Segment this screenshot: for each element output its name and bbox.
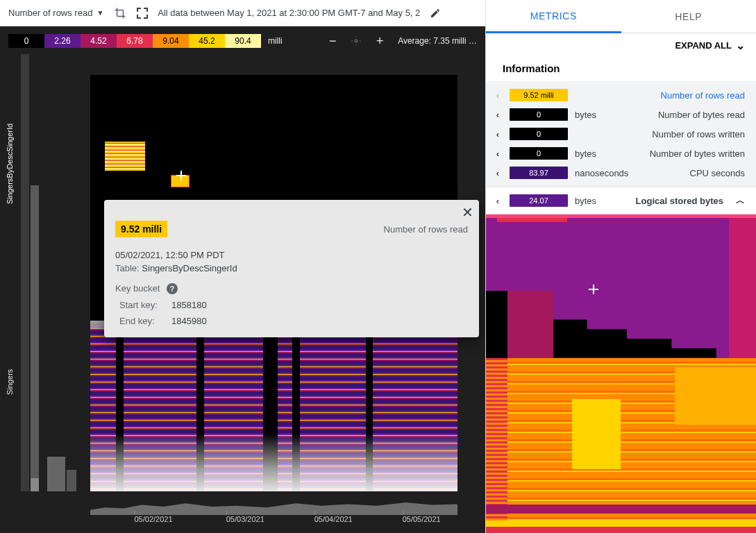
- metric-value-badge: 0: [510, 108, 568, 121]
- chevron-left-icon[interactable]: ‹: [493, 196, 503, 206]
- x-axis-ticks: 05/02/2021 05/03/2021 05/04/2021 05/05/2…: [90, 515, 457, 523]
- chevron-down-icon: ⌄: [736, 39, 745, 52]
- x-tick: 05/03/2021: [226, 515, 264, 523]
- metric-value-badge: 0: [510, 147, 568, 160]
- y-axis-label: Singers: [0, 273, 19, 491]
- chevron-left-icon: ‹: [493, 90, 503, 101]
- tab-metrics[interactable]: METRICS: [486, 0, 621, 33]
- top-toolbar: Number of rows read ▼ All data between M…: [0, 0, 485, 26]
- side-heatmap[interactable]: [486, 214, 756, 533]
- x-tick: 05/05/2021: [403, 515, 441, 523]
- tab-help[interactable]: HELP: [621, 0, 757, 33]
- chevron-left-icon[interactable]: ‹: [493, 168, 503, 178]
- overview-sparkline[interactable]: 05/02/2021 05/03/2021 05/04/2021 05/05/2…: [90, 496, 457, 523]
- legend-swatch: 4.52: [81, 34, 117, 48]
- metric-row[interactable]: ‹ 83.97 nanoseconds CPU seconds: [486, 163, 756, 183]
- side-tabs: METRICS HELP: [486, 0, 756, 33]
- metric-row[interactable]: ‹ 0 Number of rows written: [486, 124, 756, 144]
- svg-point-0: [354, 39, 358, 42]
- legend-swatch: 45.2: [189, 34, 225, 48]
- chevron-left-icon[interactable]: ‹: [493, 110, 503, 120]
- expand-all-button[interactable]: EXPAND ALL ⌄: [486, 33, 756, 57]
- color-legend: 0 2.26 4.52 6.78 9.04 45.2 90.4 milli − …: [8, 33, 477, 49]
- chevron-left-icon[interactable]: ‹: [493, 149, 503, 159]
- chevron-up-icon[interactable]: ︿: [736, 194, 745, 207]
- legend-unit: milli: [268, 36, 283, 46]
- metric-value-badge: 0: [510, 128, 568, 140]
- legend-swatch: 9.04: [153, 34, 189, 48]
- heatmap-visualization[interactable]: 0 2.26 4.52 6.78 9.04 45.2 90.4 milli − …: [0, 26, 485, 533]
- tooltip-start-key: 1858180: [171, 300, 207, 310]
- x-tick: 05/04/2021: [314, 515, 353, 523]
- tooltip-metric-name: Number of rows read: [384, 224, 468, 235]
- tooltip-value-badge: 9.52 milli: [115, 221, 167, 237]
- help-icon[interactable]: ?: [167, 283, 178, 294]
- metric-row[interactable]: ‹ 9.52 milli Number of rows read: [486, 85, 756, 105]
- tooltip-timestamp: 05/02/2021, 12:50 PM PDT: [115, 250, 468, 260]
- crosshair-icon: [176, 171, 186, 180]
- metric-row[interactable]: ‹ 0 bytes Number of bytes read: [486, 105, 756, 124]
- x-tick: 05/02/2021: [134, 515, 172, 523]
- focus-icon[interactable]: [351, 35, 362, 46]
- metric-list: ‹ 9.52 milli Number of rows read ‹ 0 byt…: [486, 81, 756, 187]
- time-range-text: All data between May 1, 2021 at 2:30:00 …: [158, 8, 420, 18]
- chevron-down-icon: ▼: [96, 9, 103, 17]
- metric-value-badge: 24.07: [510, 194, 568, 207]
- metric-select-dropdown[interactable]: Number of rows read ▼: [8, 8, 103, 18]
- utilization-bars: [21, 54, 76, 491]
- y-axis-labels: SingersByDescSingerId Singers: [0, 54, 19, 491]
- information-heading: Information: [486, 57, 756, 81]
- legend-swatch: 0: [8, 34, 44, 48]
- datapoint-tooltip: ✕ 9.52 milli Number of rows read 05/02/2…: [104, 200, 479, 337]
- legend-swatch: 2.26: [44, 34, 81, 48]
- legend-swatch: 90.4: [225, 34, 261, 48]
- chevron-left-icon[interactable]: ‹: [493, 129, 503, 139]
- y-axis-label: SingersByDescSingerId: [0, 54, 19, 273]
- fullscreen-icon[interactable]: [137, 8, 148, 19]
- metric-row[interactable]: ‹ 0 bytes Number of bytes written: [486, 144, 756, 163]
- crosshair-icon: [589, 285, 598, 294]
- zoom-in-icon[interactable]: +: [374, 35, 385, 46]
- edit-icon[interactable]: [430, 8, 441, 19]
- zoom-out-icon[interactable]: −: [327, 35, 338, 46]
- crop-icon[interactable]: [113, 6, 127, 20]
- metric-row-expanded[interactable]: ‹ 24.07 bytes Logical stored bytes ︿: [486, 187, 756, 214]
- metric-value-badge: 83.97: [510, 167, 568, 179]
- tooltip-table-name: SingersByDescSingerId: [142, 263, 237, 273]
- metric-select-label: Number of rows read: [8, 8, 92, 18]
- side-panel: METRICS HELP EXPAND ALL ⌄ Information ‹ …: [486, 0, 756, 533]
- average-text: Average: 7.35 milli …: [398, 36, 477, 46]
- legend-swatch: 6.78: [117, 34, 153, 48]
- metric-value-badge: 9.52 milli: [510, 89, 568, 101]
- tooltip-end-key: 1845980: [171, 316, 207, 326]
- close-icon[interactable]: ✕: [462, 204, 473, 221]
